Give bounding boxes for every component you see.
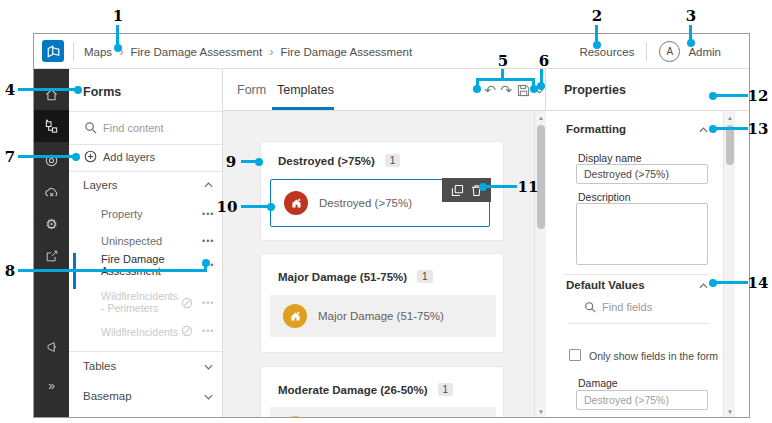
group-title-row: Moderate Damage (26-50%) 1 [278,383,453,396]
default-values-section-header[interactable]: Default Values [566,279,645,291]
description-textarea[interactable] [576,203,708,265]
destroyed-house-fire-icon [284,191,308,215]
chevron-down-icon[interactable] [204,394,213,400]
template-label: Major Damage (51-75%) [318,310,444,322]
display-name-input[interactable] [576,164,708,184]
logo-glyph-icon [46,44,61,59]
layer-menu-button[interactable]: ••• [202,209,214,219]
callout-5-label: 5 [498,52,508,70]
template-group-moderate-damage: Moderate Damage (26-50%) 1 Moderate Dama… [260,366,504,418]
scrollbar-thumb[interactable] [537,125,545,229]
expand-rail-icon[interactable]: » [34,371,69,401]
search-placeholder: Find fields [602,301,652,313]
properties-scrollbar[interactable]: ▲ ▼ [723,111,735,418]
callout-10-dot [267,203,275,211]
announcements-icon[interactable] [34,332,69,362]
only-show-fields-checkbox[interactable] [569,349,581,361]
not-allowed-icon [181,325,193,337]
callout-4-dot [74,86,82,94]
group-title: Moderate Damage (26-50%) [278,384,428,396]
scroll-up-arrow[interactable]: ▲ [724,114,736,122]
formatting-section-header[interactable]: Formatting [566,123,626,135]
template-card-major-damage[interactable]: Major Damage (51-75%) [270,295,496,337]
callout-1-dot [114,44,122,52]
smart-map-icon[interactable] [34,145,69,175]
scroll-down-arrow[interactable]: ▼ [724,408,736,416]
template-group-destroyed: Destroyed (>75%) 1 Destroyed (>75%) [260,141,504,241]
chevron-up-icon[interactable] [204,182,213,188]
callout-1-label: 1 [113,7,123,25]
breadcrumb-layer-name: Fire Damage Assessment [280,46,412,58]
share-icon[interactable] [34,241,69,271]
chevron-up-icon[interactable] [699,283,708,289]
callout-10-label: 10 [217,198,238,216]
layer-item-fire-damage-assessment[interactable]: Fire Damage Assessment [101,253,181,277]
layer-item-wildfire-incidents[interactable]: WildfireIncidents [101,326,181,338]
search-icon [584,301,596,313]
callout-4-line [18,88,76,91]
callout-9-label: 9 [226,153,236,171]
divider [69,351,222,352]
properties-body: Formatting Display name Description Defa… [546,111,750,418]
user-name[interactable]: Admin [688,46,721,58]
breadcrumb-map-name[interactable]: Fire Damage Assessment [130,46,262,58]
callout-8-line [18,269,206,272]
group-title: Major Damage (51-75%) [278,271,407,283]
layer-menu-button[interactable]: ••• [202,326,214,336]
damage-value-input[interactable] [576,390,708,410]
breadcrumb-maps[interactable]: Maps [84,46,112,58]
settings-gear-icon[interactable]: ⚙ [34,209,69,239]
home-icon[interactable] [34,79,69,109]
template-count-badge: 1 [417,270,433,283]
basemap-section-header[interactable]: Basemap [83,390,132,402]
scroll-down-arrow[interactable]: ▼ [535,408,546,416]
layer-item-wildfire-perimeters[interactable]: WildfireIncidents - Perimeters [101,290,181,314]
layer-item-uninspected[interactable]: Uninspected [101,235,181,247]
callout-5-dot-left [473,85,481,93]
callout-3-label: 3 [686,7,696,25]
callout-12-label: 12 [748,87,769,105]
duplicate-icon[interactable] [451,184,464,197]
layer-item-property[interactable]: Property [101,208,181,220]
group-title-row: Destroyed (>75%) 1 [278,154,400,167]
chevron-up-icon[interactable] [699,127,708,133]
scrollbar-thumb[interactable] [726,125,734,165]
callout-7-line [18,155,74,158]
layers-section-header[interactable]: Layers [83,179,118,191]
app-header: Maps › Fire Damage Assessment › Fire Dam… [34,34,749,69]
annotated-figure: Maps › Fire Damage Assessment › Fire Dam… [0,0,772,423]
properties-title: Properties [564,83,626,97]
group-title: Destroyed (>75%) [278,155,375,167]
resources-link[interactable]: Resources [579,46,634,58]
tables-section-header[interactable]: Tables [83,360,116,372]
tab-form[interactable]: Form [237,69,266,111]
template-count-badge: 1 [385,154,401,167]
callout-11-label: 11 [518,178,539,196]
callout-9-dot [255,158,263,166]
forms-panel-title: Forms [83,85,121,99]
major-damage-house-icon [283,304,307,328]
callout-7-dot [72,153,80,161]
template-card-moderate-damage[interactable]: Moderate Damage (26-50%) [270,407,496,418]
callout-10-line [241,205,270,208]
template-editor: Form Templates ↶ ↷ Destroyed (>75%) 1 [223,69,546,418]
avatar[interactable]: A [659,41,680,62]
header-separator [73,42,74,61]
breadcrumb: Maps › Fire Damage Assessment › Fire Dam… [84,34,412,69]
callout-7-label: 7 [5,148,15,166]
forms-panel: Forms Find content Add layers Layers Pro… [69,69,223,418]
double-chevron-glyph: » [48,379,55,393]
redo-icon[interactable]: ↷ [497,81,515,99]
layer-menu-button[interactable]: ••• [202,298,214,308]
scroll-up-arrow[interactable]: ▲ [535,114,546,122]
tab-templates[interactable]: Templates [277,69,334,111]
display-name-label: Display name [578,152,642,164]
templates-scrollbar[interactable]: ▲ ▼ [534,111,546,418]
navigation-rail: ⚙ » [34,69,69,418]
arcgis-field-maps-logo-icon[interactable] [42,40,64,62]
chevron-down-icon[interactable] [204,364,213,370]
forms-icon[interactable] [34,110,69,142]
offline-cloud-icon[interactable] [34,177,69,207]
layer-menu-button[interactable]: ••• [202,236,214,246]
active-tab-underline [272,107,334,110]
